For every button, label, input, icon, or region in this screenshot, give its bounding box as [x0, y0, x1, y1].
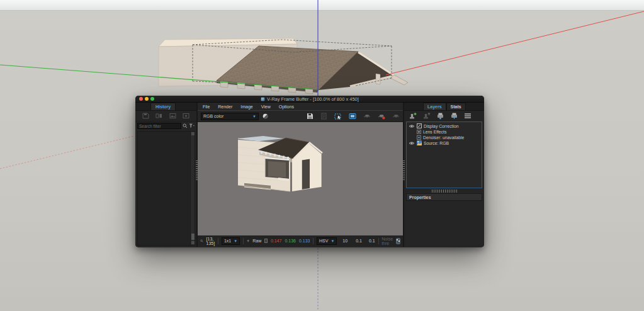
scroll-up-button[interactable]	[191, 132, 195, 135]
menu-render[interactable]: Render	[218, 105, 232, 109]
sketchup-toolbar	[0, 0, 644, 11]
eye-icon[interactable]	[409, 124, 415, 128]
filter-funnel-icon[interactable]	[189, 123, 195, 128]
vfb-toolbar: RGB color ▼	[198, 111, 403, 122]
denoiser-icon	[417, 135, 421, 140]
layer-tree[interactable]: Display Correction Lens Effects	[406, 122, 482, 188]
value-green: 0.136	[285, 239, 296, 243]
tree-row-display-correction[interactable]: Display Correction	[409, 123, 482, 128]
search-icon	[183, 123, 188, 128]
compare-ab-icon[interactable]	[155, 113, 162, 119]
render-last-teapot-icon[interactable]	[378, 113, 385, 120]
value-blue: 0.133	[299, 239, 310, 243]
color-picker-icon[interactable]	[247, 238, 250, 244]
copy-image-icon[interactable]	[320, 113, 327, 120]
expand-plus-icon[interactable]	[417, 130, 421, 134]
follow-mouse-icon[interactable]	[349, 113, 356, 120]
save-history-icon[interactable]	[142, 113, 149, 119]
history-scrollbar[interactable]	[190, 132, 195, 245]
region-render-icon[interactable]	[334, 113, 342, 120]
pixel-probe-icon[interactable]	[200, 238, 203, 244]
vfb-menubar: File Render Image View Options	[198, 103, 403, 111]
render-teapot-icon[interactable]	[363, 113, 371, 120]
save-image-icon[interactable]	[307, 113, 314, 120]
value-red: 0.147	[271, 239, 282, 243]
model-eave-posts	[220, 81, 313, 94]
rendered-image	[198, 122, 403, 235]
scrollbar-thumb[interactable]	[191, 234, 195, 240]
save-layer-tree-icon[interactable]	[436, 112, 444, 120]
properties-header[interactable]: Properties	[406, 193, 482, 201]
rendered-house	[238, 136, 322, 191]
menu-image[interactable]: Image	[240, 105, 252, 109]
sketchup-viewport[interactable]: V-Ray Frame Buffer - [100.0% of 800 x 45…	[0, 0, 644, 311]
vray-window-icon	[261, 97, 265, 101]
vfb-center: File Render Image View Options RGB color…	[198, 103, 403, 247]
tree-row-lens-effects[interactable]: Lens Effects	[417, 129, 482, 134]
properties-body	[406, 201, 482, 245]
load-layer-tree-icon[interactable]	[450, 112, 458, 120]
display-correction-icon	[417, 123, 422, 128]
cursor-coords: [13, 135]	[206, 237, 215, 246]
layer-options-icon[interactable]	[464, 113, 472, 119]
delete-layer-icon[interactable]	[422, 112, 431, 120]
value-h: 10	[342, 239, 347, 243]
axis-green	[0, 65, 318, 89]
color-swatch	[264, 239, 268, 243]
model-fascia-bottom	[350, 76, 394, 86]
interactive-teapot-icon[interactable]	[392, 113, 400, 120]
image-a-icon[interactable]	[169, 113, 176, 119]
model-roof	[217, 46, 358, 90]
tab-history[interactable]: History	[150, 103, 176, 110]
tree-row-source-rgb[interactable]: Source: RGB	[409, 140, 482, 145]
model-gable-shadow	[319, 52, 394, 90]
source-rgb-icon	[417, 140, 422, 145]
pixel-scale-select[interactable]: 1x1 ▼	[222, 237, 240, 245]
chevron-down-icon: ▼	[234, 239, 237, 243]
right-splitter[interactable]	[403, 103, 404, 247]
scroll-down-button[interactable]	[191, 241, 195, 244]
selection-bounding-box	[193, 40, 392, 86]
axis-red	[386, 11, 644, 75]
noise-threshold-field[interactable]: Noise thre	[381, 237, 393, 246]
tab-layers[interactable]: Layers	[423, 103, 446, 110]
chevron-down-icon: ▼	[252, 115, 256, 118]
create-layer-icon[interactable]	[409, 112, 417, 120]
model-eave-shadow	[217, 81, 319, 93]
eye-icon[interactable]	[409, 141, 415, 145]
menu-options[interactable]: Options	[279, 105, 294, 109]
value-v: 0.1	[369, 239, 375, 243]
menu-file[interactable]: File	[203, 105, 210, 109]
panel-splitter-handle[interactable]	[432, 189, 457, 193]
channel-select[interactable]: RGB color ▼	[201, 113, 259, 120]
house-model[interactable]	[159, 38, 408, 94]
model-box-front	[159, 44, 297, 86]
image-b-icon[interactable]	[183, 113, 189, 119]
tab-stats[interactable]: Stats	[446, 103, 466, 110]
history-panel: History	[135, 103, 196, 247]
vfb-titlebar[interactable]: V-Ray Frame Buffer - [100.0% of 800 x 45…	[135, 96, 484, 103]
color-mode-select[interactable]: HSV ▼	[317, 237, 337, 245]
value-s: 0.1	[356, 239, 362, 243]
chevron-down-icon: ▼	[330, 239, 334, 243]
render-view[interactable]	[198, 122, 403, 235]
history-list[interactable]	[137, 131, 195, 246]
model-box-top	[159, 38, 297, 47]
layers-panel: Layers Stats	[404, 103, 484, 247]
raw-label: Raw	[252, 239, 261, 243]
vfb-statusbar: [13, 135] 1x1 ▼ Raw 0.147 0.136 0	[198, 235, 403, 246]
vfb-window[interactable]: V-Ray Frame Buffer - [100.0% of 800 x 45…	[135, 96, 484, 247]
menu-view[interactable]: View	[261, 105, 271, 109]
history-search-input[interactable]	[137, 123, 181, 129]
axis-red-negative	[0, 136, 134, 169]
model-gable-post	[376, 74, 380, 84]
window-title: V-Ray Frame Buffer - [100.0% of 800 x 45…	[267, 96, 359, 102]
noise-limit-icon[interactable]	[396, 238, 400, 244]
color-clamp-sphere-icon[interactable]	[263, 113, 268, 119]
tree-row-denoiser[interactable]: Denoiser: unavailable	[417, 135, 482, 140]
model-roof-wing	[390, 75, 408, 85]
model-fascia-top	[358, 52, 394, 76]
